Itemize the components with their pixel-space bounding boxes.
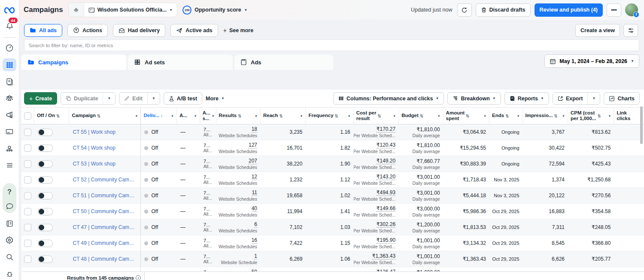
help-question-icon[interactable]: ? [3, 186, 16, 199]
account-overview-icon[interactable] [3, 42, 16, 54]
search-icon[interactable] [3, 250, 16, 263]
column-menu-chevron-icon[interactable]: ▼ [135, 114, 138, 117]
row-checkbox[interactable] [24, 145, 31, 152]
column-header-a1[interactable]: A...▼ [177, 108, 200, 124]
create-a-view-button[interactable]: Create a view [575, 24, 620, 37]
tab-campaigns[interactable]: Campaigns [21, 54, 126, 70]
row-checkbox[interactable] [24, 176, 31, 184]
column-header-campaign[interactable]: Campaign⇅▼ [69, 108, 141, 124]
campaign-link[interactable]: CT 49 | Community Campai... [73, 240, 137, 246]
column-header-results[interactable]: Results⇅▼ [216, 108, 261, 124]
review-and-publish-button[interactable]: Review and publish (4) [535, 3, 603, 17]
search-input[interactable] [24, 39, 639, 51]
sort-arrows-icon[interactable]: ⇅ [377, 114, 381, 118]
report-bug-icon[interactable] [3, 267, 16, 280]
column-menu-chevron-icon[interactable]: ▼ [562, 114, 565, 117]
campaign-toggle-off[interactable] [38, 160, 53, 168]
row-checkbox[interactable] [24, 160, 31, 168]
column-menu-chevron-icon[interactable]: ▼ [194, 114, 197, 117]
opportunity-score-selector[interactable]: 100 Opportunity score ▼ [182, 6, 247, 15]
campaign-toggle-off[interactable] [38, 192, 53, 199]
column-header-cpm[interactable]: CPM (cost per 1,000...⇅▼ [568, 108, 614, 124]
sort-arrows-icon[interactable]: ⇅ [97, 114, 100, 118]
date-range-selector[interactable]: May 1, 2024 – Feb 28, 2026 ▼ [544, 54, 639, 68]
settings-gear-icon[interactable] [3, 234, 16, 247]
duplicate-dropdown[interactable]: ▼ [103, 93, 115, 104]
column-menu-chevron-icon[interactable]: ▼ [483, 114, 486, 117]
duplicate-button[interactable]: Duplicate [61, 93, 103, 104]
column-header-a2[interactable]: A... s...▼ [200, 108, 216, 124]
sort-arrows-icon[interactable]: ⇅ [554, 114, 558, 118]
sort-arrows-icon[interactable]: ⇅ [597, 114, 601, 118]
columns-button[interactable]: Columns: Performance and clicks ▼ [333, 92, 444, 105]
campaign-toggle-off[interactable] [38, 208, 53, 215]
column-header-check[interactable] [21, 108, 34, 124]
column-menu-chevron-icon[interactable]: ▼ [171, 114, 174, 117]
edit-button[interactable]: Edit [119, 93, 147, 104]
column-header-amount[interactable]: Amount spent⇅▼ [444, 108, 489, 124]
create-button[interactable]: + Create [24, 92, 57, 105]
campaign-link[interactable]: CT 52 | Community Campai... [73, 177, 137, 183]
sort-arrows-icon[interactable]: ↑ [161, 113, 163, 118]
business-account-selector[interactable]: ♣ Wisdom Solutions Officia... ▼ [68, 3, 178, 17]
row-checkbox[interactable] [24, 224, 31, 231]
more-menu-button[interactable]: More ▼ [206, 96, 225, 102]
charts-button[interactable]: Charts [604, 92, 640, 105]
campaign-link[interactable]: CT 53 | Work shop [73, 161, 137, 167]
all-tools-menu-icon[interactable] [3, 159, 16, 172]
campaign-toggle-off[interactable] [38, 129, 53, 136]
breakdown-button[interactable]: Breakdown ▼ [447, 92, 501, 105]
campaign-link[interactable]: CT 50 | Community Campai... [73, 208, 137, 214]
campaign-link[interactable]: CT 55 | Work shop [73, 129, 137, 135]
export-button[interactable]: Export [553, 93, 588, 104]
sort-arrows-icon[interactable]: ⇅ [420, 114, 423, 118]
filter-chip-active-ads[interactable]: Active ads [170, 24, 218, 37]
row-checkbox[interactable] [24, 129, 31, 136]
row-checkbox[interactable] [24, 208, 31, 215]
learning-guide-icon[interactable] [3, 217, 16, 230]
user-avatar[interactable]: f [625, 3, 638, 16]
see-more-filters[interactable]: + See more [223, 27, 253, 34]
column-header-ends[interactable]: Ends⇅▼ [489, 108, 523, 124]
filter-chip-all-ads[interactable]: All ads [24, 24, 62, 37]
billing-icon[interactable] [3, 125, 16, 138]
view-settings-button[interactable] [623, 24, 638, 37]
ads-reporting-icon[interactable] [3, 75, 16, 88]
campaign-toggle-off[interactable] [38, 176, 53, 184]
row-checkbox[interactable] [24, 256, 31, 263]
campaign-link[interactable]: CT 51 | Community Campai... [73, 193, 137, 199]
campaign-link[interactable]: CT 54 | Work shop [73, 145, 137, 151]
column-header-frequency[interactable]: Frequency⇅▼ [306, 108, 353, 124]
more-options-button[interactable]: ••• [607, 3, 621, 17]
campaigns-nav-icon[interactable] [3, 58, 16, 71]
campaign-toggle-off[interactable] [38, 145, 53, 152]
campaign-toggle-off[interactable] [38, 256, 53, 263]
campaign-toggle-off[interactable] [38, 224, 53, 231]
column-menu-chevron-icon[interactable]: ▼ [608, 114, 611, 117]
column-header-reach[interactable]: Reach⇅▼ [261, 108, 306, 124]
column-header-impressions[interactable]: Impressio...⇅▼ [523, 108, 568, 124]
ab-test-button[interactable]: A/B test [164, 92, 202, 105]
sort-arrows-icon[interactable]: ⇅ [56, 114, 60, 118]
chat-support-icon[interactable] [3, 199, 16, 212]
refresh-button[interactable] [457, 3, 472, 17]
filter-chip-actions[interactable]: Actions [67, 24, 108, 37]
column-menu-chevron-icon[interactable]: ▼ [255, 114, 258, 117]
select-all-checkbox[interactable] [24, 112, 31, 120]
edit-dropdown[interactable]: ▼ [147, 93, 160, 104]
column-menu-chevron-icon[interactable]: ▼ [393, 114, 396, 117]
sort-arrows-icon[interactable]: ⇅ [466, 114, 469, 118]
column-header-offon[interactable]: Off / On⇅ [34, 108, 70, 124]
tab-ad-sets[interactable]: Ad sets [128, 54, 233, 70]
column-menu-chevron-icon[interactable]: ▼ [212, 114, 215, 117]
export-dropdown[interactable]: ▼ [587, 93, 600, 104]
column-header-budget[interactable]: Budget⇅▼ [399, 108, 443, 124]
vertical-scrollbar-thumb[interactable] [640, 106, 643, 144]
column-menu-chevron-icon[interactable]: ▼ [348, 114, 351, 117]
sort-arrows-icon[interactable]: ⇅ [238, 114, 241, 118]
sort-arrows-icon[interactable]: ⇅ [505, 114, 509, 118]
column-menu-chevron-icon[interactable]: ▼ [300, 114, 303, 117]
column-header-delivery[interactable]: Deliv...↑▼ [141, 108, 177, 124]
business-assets-icon[interactable] [3, 142, 16, 155]
audiences-icon[interactable] [3, 92, 16, 105]
